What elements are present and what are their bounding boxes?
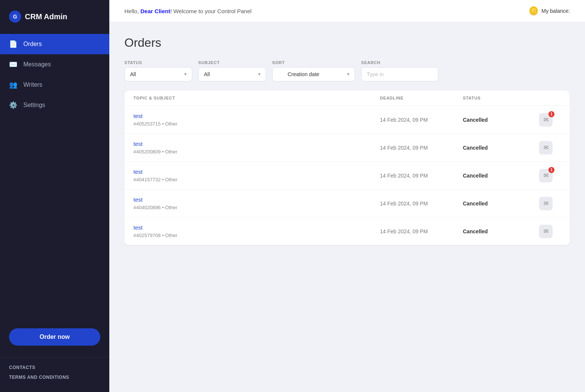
sidebar-item-messages[interactable]: ✉️ Messages <box>0 54 109 75</box>
greeting-name: Dear Client <box>141 8 170 14</box>
sidebar-footer: CONTACTS TERMS AND CONDITIONS <box>0 357 109 392</box>
orders-table: TOPIC & SUBJECT DEADLINE STATUS test #40… <box>124 90 570 245</box>
terms-link[interactable]: TERMS AND CONDITIONS <box>9 375 100 380</box>
order-id: #405253715 • Other <box>133 121 380 127</box>
message-button[interactable]: ✉ <box>539 141 553 155</box>
table-header: TOPIC & SUBJECT DEADLINE STATUS <box>124 90 570 106</box>
status-select[interactable]: All Cancelled Active Completed <box>124 67 192 81</box>
table-row: test #405253715 • Other 14 Feb 2024, 09 … <box>124 106 570 134</box>
order-id: #404020896 • Other <box>133 205 380 210</box>
message-button[interactable]: ✉ 1 <box>539 113 553 127</box>
table-row: test #402579708 • Other 14 Feb 2024, 09 … <box>124 217 570 245</box>
sort-select[interactable]: Creation date Deadline <box>272 67 355 81</box>
contacts-link[interactable]: CONTACTS <box>9 365 100 370</box>
message-button[interactable]: ✉ 1 <box>539 169 553 182</box>
sidebar-item-label: Orders <box>23 41 42 47</box>
table-row: test #404020896 • Other 14 Feb 2024, 09 … <box>124 190 570 217</box>
header-deadline: DEADLINE <box>380 96 463 100</box>
header-actions <box>531 96 561 100</box>
search-input[interactable] <box>361 67 438 81</box>
message-button[interactable]: ✉ <box>539 197 553 210</box>
table-row: test #404157732 • Other 14 Feb 2024, 09 … <box>124 162 570 190</box>
subject-label: SUBJECT <box>198 60 266 65</box>
coin-icon: 🪙 <box>528 6 539 16</box>
orders-icon: 📄 <box>9 40 17 48</box>
sidebar-item-writers[interactable]: 👥 Writers <box>0 75 109 95</box>
order-deadline: 14 Feb 2024, 09 PM <box>380 201 463 207</box>
writers-icon: 👥 <box>9 81 17 89</box>
main-content: Hello, Dear Client! Welcome to your Cont… <box>109 0 585 392</box>
sidebar-item-label: Messages <box>23 61 51 68</box>
order-topic-cell: test #405253715 • Other <box>133 113 380 127</box>
order-topic-link[interactable]: test <box>133 113 142 119</box>
messages-icon: ✉️ <box>9 60 17 69</box>
order-topic-link[interactable]: test <box>133 168 142 175</box>
page-content: Orders STATUS All Cancelled Active Compl… <box>109 22 585 392</box>
order-deadline: 14 Feb 2024, 09 PM <box>380 145 463 151</box>
order-id: #404157732 • Other <box>133 177 380 182</box>
order-actions: ✉ <box>531 141 561 155</box>
order-topic-cell: test #404020896 • Other <box>133 196 380 210</box>
search-filter-group: SEARCH <box>361 60 438 81</box>
sort-select-wrapper: ⇅ Creation date Deadline ▼ <box>272 67 355 81</box>
order-status: Cancelled <box>463 228 531 234</box>
greeting-prefix: Hello, <box>124 8 141 14</box>
settings-icon: ⚙️ <box>9 101 17 109</box>
sidebar-item-orders[interactable]: 📄 Orders <box>0 34 109 54</box>
sidebar-nav: 📄 Orders ✉️ Messages 👥 Writers ⚙️ Settin… <box>0 34 109 319</box>
message-button[interactable]: ✉ <box>539 225 553 238</box>
page-title: Orders <box>124 36 570 50</box>
balance-label: My balance: <box>542 8 570 14</box>
sidebar-item-label: Settings <box>23 102 45 109</box>
search-label: SEARCH <box>361 60 438 65</box>
order-deadline: 14 Feb 2024, 09 PM <box>380 173 463 179</box>
sidebar-item-label: Writers <box>23 81 42 88</box>
sidebar-item-settings[interactable]: ⚙️ Settings <box>0 95 109 115</box>
header-topic: TOPIC & SUBJECT <box>133 96 380 100</box>
order-topic-link[interactable]: test <box>133 141 142 147</box>
topbar: Hello, Dear Client! Welcome to your Cont… <box>109 0 585 22</box>
table-row: test #405200809 • Other 14 Feb 2024, 09 … <box>124 134 570 162</box>
order-status: Cancelled <box>463 117 531 123</box>
order-actions: ✉ <box>531 225 561 238</box>
filters-bar: STATUS All Cancelled Active Completed ▼ … <box>124 60 570 81</box>
order-deadline: 14 Feb 2024, 09 PM <box>380 117 463 123</box>
subject-select[interactable]: All Other <box>198 67 266 81</box>
subject-select-wrapper: All Other ▼ <box>198 67 266 81</box>
message-badge: 1 <box>548 167 554 173</box>
order-actions: ✉ 1 <box>531 169 561 182</box>
status-select-wrapper: All Cancelled Active Completed ▼ <box>124 67 192 81</box>
order-topic-cell: test #404157732 • Other <box>133 168 380 182</box>
header-status: STATUS <box>463 96 531 100</box>
table-body: test #405253715 • Other 14 Feb 2024, 09 … <box>124 106 570 245</box>
order-id: #405200809 • Other <box>133 149 380 155</box>
sort-filter-group: SORT ⇅ Creation date Deadline ▼ <box>272 60 355 81</box>
order-topic-link[interactable]: test <box>133 196 142 203</box>
order-status: Cancelled <box>463 173 531 179</box>
status-filter-group: STATUS All Cancelled Active Completed ▼ <box>124 60 192 81</box>
order-id: #402579708 • Other <box>133 233 380 238</box>
order-topic-link[interactable]: test <box>133 224 142 231</box>
order-actions: ✉ 1 <box>531 113 561 127</box>
order-status: Cancelled <box>463 201 531 207</box>
order-now-button[interactable]: Order now <box>9 328 100 346</box>
order-topic-cell: test #405200809 • Other <box>133 141 380 155</box>
sidebar: G CRM Admin 📄 Orders ✉️ Messages 👥 Write… <box>0 0 109 392</box>
message-badge: 1 <box>548 111 554 117</box>
greeting: Hello, Dear Client! Welcome to your Cont… <box>124 8 251 14</box>
app-title: CRM Admin <box>25 12 67 21</box>
subject-filter-group: SUBJECT All Other ▼ <box>198 60 266 81</box>
order-deadline: 14 Feb 2024, 09 PM <box>380 228 463 234</box>
order-actions: ✉ <box>531 197 561 210</box>
sort-label: SORT <box>272 60 355 65</box>
status-label: STATUS <box>124 60 192 65</box>
logo-icon: G <box>9 11 21 23</box>
greeting-suffix: ! Welcome to your Control Panel <box>170 8 252 14</box>
app-logo: G CRM Admin <box>0 0 109 34</box>
balance-section: 🪙 My balance: <box>528 6 570 16</box>
order-topic-cell: test #402579708 • Other <box>133 224 380 238</box>
order-status: Cancelled <box>463 145 531 151</box>
